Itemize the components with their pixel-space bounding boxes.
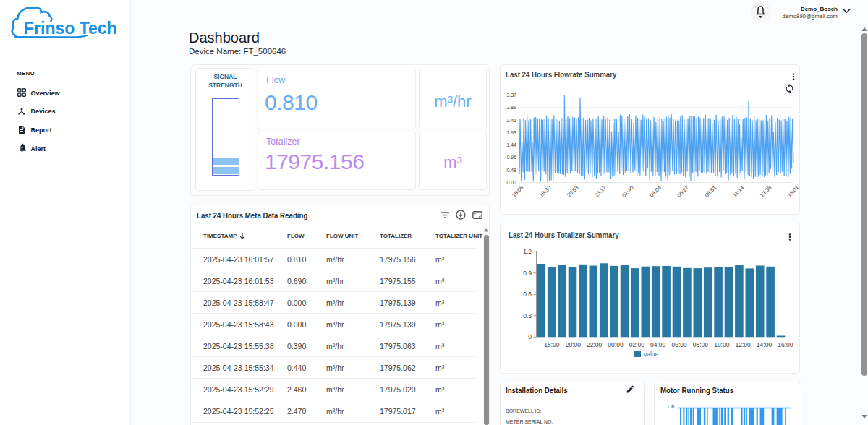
svg-text:Frinso Tech: Frinso Tech bbox=[24, 19, 117, 38]
